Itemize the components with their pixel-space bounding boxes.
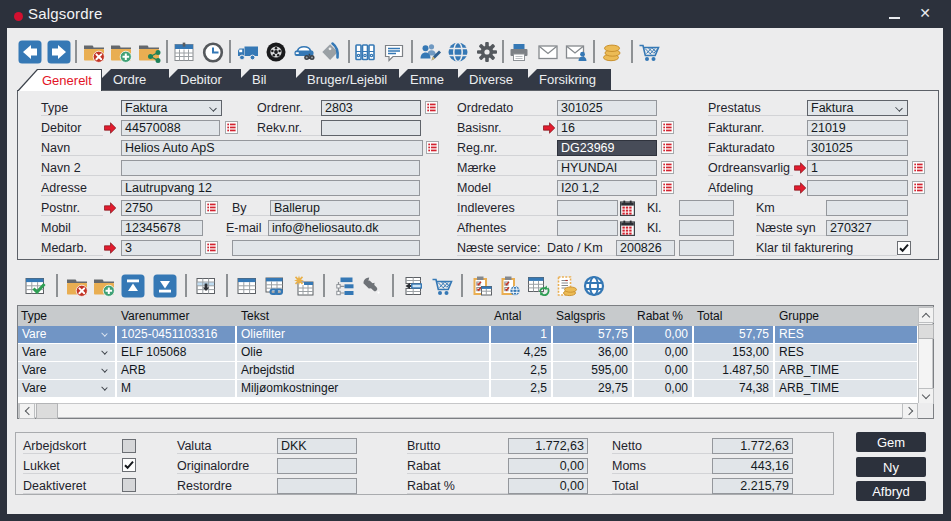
basisnr-field[interactable]: 16 [557, 120, 657, 136]
cell-varenummer[interactable]: ARB [117, 362, 235, 379]
folder-add-icon[interactable] [109, 40, 133, 64]
tab-debitor[interactable]: Debitor [169, 69, 241, 90]
fakturadato-field[interactable]: 301025 [807, 140, 908, 156]
cell-total[interactable]: 57,75 [694, 326, 773, 343]
afhentes-time-field[interactable] [679, 220, 734, 236]
cell-gruppe[interactable]: RES [775, 344, 917, 361]
cell-tekst[interactable]: Miljøomkostninger [237, 380, 489, 397]
wheel-icon[interactable] [264, 40, 288, 64]
afdeling-field[interactable] [807, 180, 908, 196]
indleveres-calendar-icon[interactable] [620, 200, 635, 216]
navn-lookup-icon[interactable] [426, 141, 439, 154]
table-rows-icon[interactable] [235, 274, 259, 298]
mail-icon[interactable] [536, 40, 560, 64]
cell-type[interactable]: Vare [18, 380, 115, 397]
cell-tekst[interactable]: Oliefilter [237, 326, 489, 343]
ny-button[interactable]: Ny [856, 457, 926, 477]
tag-pen-icon[interactable] [320, 40, 344, 64]
postnr-field[interactable]: 2750 [121, 200, 201, 216]
comment-icon[interactable] [382, 40, 406, 64]
scroll-left-button[interactable] [19, 403, 35, 419]
list-coins-icon[interactable] [554, 274, 578, 298]
cell-total[interactable]: 1.487,50 [694, 362, 773, 379]
ordrenr-field[interactable]: 2803 [321, 100, 421, 116]
grid-row[interactable]: Vare ARB Arbejdstid 2,5 595,00 0,00 1.48… [18, 362, 918, 380]
coins-icon[interactable] [599, 40, 625, 64]
mail-user-icon[interactable] [564, 40, 588, 64]
lukket-checkbox[interactable] [122, 458, 136, 472]
cell-salgspris[interactable]: 595,00 [553, 362, 632, 379]
cell-type[interactable]: Vare [18, 344, 115, 361]
cell-gruppe[interactable]: ARB_TIME [775, 380, 917, 397]
tab-bil[interactable]: Bil [241, 69, 296, 90]
email-field[interactable]: info@heliosauto.dk [268, 220, 420, 236]
clock-icon[interactable] [201, 40, 225, 64]
cell-tekst[interactable]: Arbejdstid [237, 362, 489, 379]
originalordre-field[interactable] [277, 458, 357, 474]
v-scrollbar[interactable] [918, 306, 933, 403]
cell-gruppe[interactable]: RES [775, 326, 917, 343]
indleveres-time-field[interactable] [679, 200, 734, 216]
clipboard-globe-icon[interactable] [498, 274, 522, 298]
cell-gruppe[interactable]: ARB_TIME [775, 362, 917, 379]
ordrenr-lookup-icon[interactable] [425, 101, 438, 114]
col-gruppe[interactable]: Gruppe [779, 309, 819, 323]
medarb-field[interactable]: 3 [121, 240, 201, 256]
tab-bruger-lejebil[interactable]: Bruger/Lejebil [296, 69, 399, 90]
prestatus-select[interactable]: Faktura [807, 100, 908, 116]
truck-icon[interactable] [236, 40, 260, 64]
afhentes-date-field[interactable] [557, 220, 618, 236]
naeste-service-dato-field[interactable]: 200826 [616, 240, 675, 256]
navn2-field[interactable] [121, 160, 420, 176]
nav-back-icon[interactable] [18, 40, 42, 64]
tab-forsikring[interactable]: Forsikring [528, 69, 611, 90]
ordredato-field[interactable]: 301025 [557, 100, 657, 116]
globe-outline-icon[interactable] [582, 274, 606, 298]
cell-type[interactable]: Vare [18, 362, 115, 379]
debitor-field[interactable]: 44570088 [121, 120, 220, 136]
cell-salgspris[interactable]: 29,75 [553, 380, 632, 397]
model-field[interactable]: I20 1,2 [557, 180, 657, 196]
wrench-icon[interactable] [360, 274, 384, 298]
cell-varenummer[interactable]: 1025-0451103316 [117, 326, 235, 343]
grid-row[interactable]: Vare ELF 105068 Olie 4,25 36,00 0,00 153… [18, 344, 918, 362]
folder-delete-icon[interactable] [82, 40, 106, 64]
regnr-field[interactable]: DG23969 [557, 140, 657, 156]
adresse-field[interactable]: Lautrupvang 12 [121, 180, 420, 196]
tab-diverse[interactable]: Diverse [458, 69, 528, 90]
col-varenummer[interactable]: Varenummer [121, 309, 189, 323]
move-top-icon[interactable] [121, 274, 145, 298]
h-scroll-thumb[interactable] [36, 403, 58, 419]
insert-row-icon[interactable] [194, 274, 218, 298]
cell-antal[interactable]: 2,5 [491, 380, 551, 397]
close-button[interactable]: ✕ [915, 7, 935, 23]
cell-rabat[interactable]: 0,00 [634, 344, 692, 361]
type-select[interactable]: Faktura [121, 100, 222, 116]
cell-rabat[interactable]: 0,00 [634, 362, 692, 379]
arbejdskort-checkbox[interactable] [122, 439, 136, 453]
ordreansvarlig-lookup-icon[interactable] [912, 161, 925, 174]
col-antal[interactable]: Antal [494, 309, 521, 323]
cart-icon[interactable] [637, 40, 661, 64]
binders-icon[interactable] [353, 40, 377, 64]
col-type[interactable]: Type [21, 309, 47, 323]
row-delete-icon[interactable] [65, 274, 89, 298]
model-lookup-icon[interactable] [661, 181, 674, 194]
afbryd-button[interactable]: Afbryd [856, 481, 926, 501]
col-tekst[interactable]: Tekst [241, 309, 269, 323]
cell-salgspris[interactable]: 57,75 [553, 326, 632, 343]
afdeling-lookup-icon[interactable] [912, 181, 925, 194]
postnr-lookup-icon[interactable] [205, 201, 218, 214]
grid-row[interactable]: Vare M Miljøomkostninger 2,5 29,75 0,00 … [18, 380, 918, 398]
debitor-lookup-icon[interactable] [225, 121, 238, 134]
tab-emne[interactable]: Emne [399, 69, 458, 90]
restordre-field[interactable] [277, 478, 357, 494]
scroll-down-button[interactable] [918, 388, 934, 404]
printer-icon[interactable] [507, 40, 531, 64]
clipboard-table-icon[interactable] [470, 274, 494, 298]
cell-tekst[interactable]: Olie [237, 344, 489, 361]
cell-varenummer[interactable]: M [117, 380, 235, 397]
gem-button[interactable]: Gem [856, 432, 926, 452]
folder-share-icon[interactable] [137, 40, 161, 64]
cell-antal[interactable]: 1 [491, 326, 551, 343]
